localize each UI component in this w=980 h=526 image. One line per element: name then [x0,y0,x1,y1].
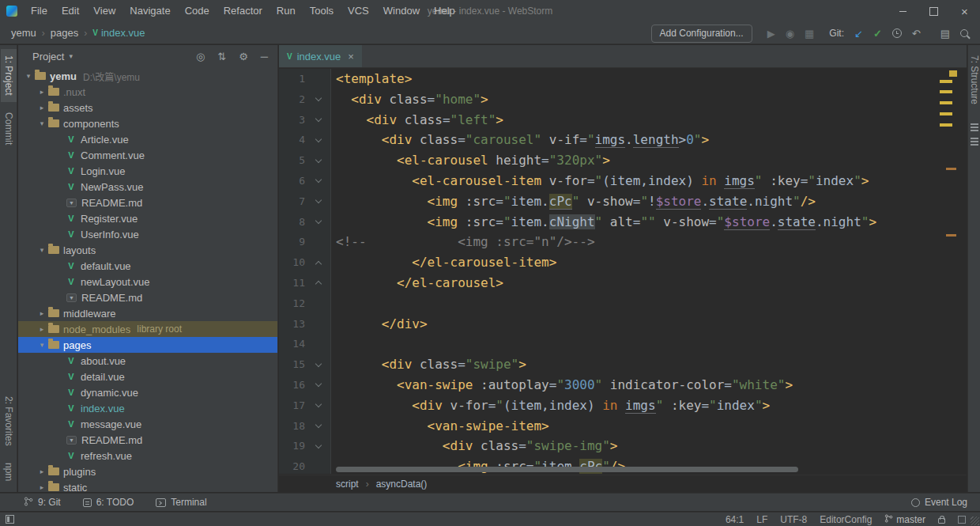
chevron-collapsed-icon[interactable]: ▸ [36,325,47,333]
rollback-icon[interactable]: ↶ [912,28,921,39]
menu-code[interactable]: Code [178,0,217,22]
toolwindow-9-git[interactable]: 9: Git [24,497,61,509]
chevron-collapsed-icon[interactable]: ▸ [36,104,47,112]
tree-item-default-vue[interactable]: Vdefault.vue [18,258,277,274]
menu-help[interactable]: Help [427,0,462,22]
chevron-expanded-icon[interactable]: ▾ [36,119,47,127]
toolwindow-button-npm[interactable]: npm [1,456,17,487]
fold-toggle-icon[interactable] [305,150,331,171]
breadcrumb-yemu[interactable]: yemu [11,27,36,39]
status-lf[interactable]: LF [756,514,767,525]
event-log-button[interactable]: Event Log [911,497,967,508]
tree-item-dynamic-vue[interactable]: Vdynamic.vue [18,384,277,400]
code-line-14[interactable]: 14 [279,334,967,354]
close-tab-icon[interactable]: × [348,51,354,62]
code-line-12[interactable]: 12 [279,293,967,314]
status-64-1[interactable]: 64:1 [726,514,744,525]
fold-toggle-icon[interactable] [305,436,331,456]
code-line-8[interactable]: 8 <img :src="item.cNight" alt="" v-show=… [279,212,967,233]
menu-window[interactable]: Window [376,0,427,22]
code-line-6[interactable]: 6 <el-carousel-item v-for="(item,index) … [279,171,967,191]
tree-item-yemu[interactable]: ▾yemuD:\改篇\yemu [18,68,277,84]
fold-toggle-icon[interactable] [305,212,331,233]
toolwindow-terminal[interactable]: Terminal [156,497,206,508]
toolwindow-button-commit[interactable]: Commit [1,106,17,151]
git-branch-widget[interactable]: master [884,514,925,525]
code-line-1[interactable]: 1<template> [279,69,967,89]
tree-item-readme-md[interactable]: ▼README.md [18,195,277,210]
minimize-button[interactable] [888,0,918,22]
horizontal-scrollbar[interactable] [336,467,798,472]
tree-item-detail-vue[interactable]: Vdetail.vue [18,369,277,384]
indicator-icon[interactable] [958,516,966,524]
tab-index-vue[interactable]: V index.vue × [279,45,362,67]
coverage-icon[interactable]: ▦ [805,28,814,39]
tree-item-register-vue[interactable]: VRegister.vue [18,210,277,226]
locate-button[interactable]: ◎ [196,51,205,62]
fold-toggle-icon[interactable] [305,273,331,293]
tree-item-middleware[interactable]: ▸middleware [18,305,277,321]
toolwindow-switcher-icon[interactable] [6,515,14,524]
breadcrumb-pages[interactable]: pages [51,27,78,39]
tree-item-index-vue[interactable]: Vindex.vue [18,400,277,416]
update-project-icon[interactable]: ↙ [854,28,863,39]
commit-icon[interactable]: ✓ [873,28,882,39]
tree-item-pages[interactable]: ▾pages [18,337,277,353]
menu-file[interactable]: File [24,0,55,22]
fold-toggle-icon[interactable] [305,252,331,273]
fold-toggle-icon[interactable] [305,354,331,375]
add-configuration-button[interactable]: Add Configuration... [651,25,752,43]
editor-breadcrumb-script[interactable]: script [336,479,359,490]
menu-refactor[interactable]: Refactor [217,0,270,22]
tree-item-layouts[interactable]: ▾layouts [18,242,277,258]
expand-collapse-button[interactable]: ⇅ [217,51,226,62]
code-line-16[interactable]: 16 <van-swipe :autoplay="3000" indicator… [279,375,967,395]
chevron-down-icon[interactable]: ▾ [69,52,73,60]
code-line-13[interactable]: 13 </div> [279,314,967,335]
breadcrumb-index-vue[interactable]: Vindex.vue [92,27,145,39]
tree-item-userinfo-vue[interactable]: VUserInfo.vue [18,226,277,242]
hidden-toolwindow-icon[interactable] [971,123,978,125]
chevron-expanded-icon[interactable]: ▾ [36,246,47,254]
settings-gear-icon[interactable]: ⚙ [239,51,248,62]
run-icon[interactable]: ▶ [767,28,775,39]
tree-item-login-vue[interactable]: VLogin.vue [18,163,277,179]
toolwindow-button-2-favorites[interactable]: 2: Favorites [1,390,17,452]
chevron-expanded-icon[interactable]: ▾ [23,72,34,80]
tree-item-newpass-vue[interactable]: VNewPass.vue [18,179,277,195]
tree-item-readme-md[interactable]: ▼README.md [18,289,277,305]
tree-item-node-modules[interactable]: ▸node_moduleslibrary root [18,321,277,337]
fold-toggle-icon[interactable] [305,395,331,416]
lock-icon[interactable] [938,518,945,524]
toolwindow-6-todo[interactable]: 6: TODO [83,497,134,508]
menu-run[interactable]: Run [270,0,303,22]
tree-item-newlayout-vue[interactable]: VnewLayout.vue [18,274,277,289]
editor-breadcrumb-asyncdata[interactable]: asyncData() [376,479,428,490]
toolwindow-button-7-structure[interactable]: 7: Structure [967,49,980,111]
menu-edit[interactable]: Edit [55,0,86,22]
history-icon[interactable] [892,28,902,38]
chevron-collapsed-icon[interactable]: ▸ [36,88,47,96]
tree-item-message-vue[interactable]: Vmessage.vue [18,416,277,432]
fold-toggle-icon[interactable] [305,375,331,395]
project-panel-title[interactable]: Project [32,51,64,62]
code-line-7[interactable]: 7 <img :src="item.cPc" v-show="!$store.s… [279,191,967,212]
code-line-3[interactable]: 3 <div class="left"> [279,110,967,131]
code-line-10[interactable]: 10 </el-carousel-item> [279,252,967,273]
hidden-toolwindow-icon[interactable] [971,138,978,139]
close-button[interactable]: × [949,0,980,22]
code-line-11[interactable]: 11 </el-carousel> [279,273,967,293]
tree-item-about-vue[interactable]: Vabout.vue [18,353,277,369]
resize-grip[interactable] [971,517,979,525]
chevron-expanded-icon[interactable]: ▾ [36,341,47,349]
code-line-18[interactable]: 18 <van-swipe-item> [279,416,967,437]
debug-icon[interactable]: ◉ [786,28,794,39]
chevron-collapsed-icon[interactable]: ▸ [36,467,47,475]
menu-view[interactable]: View [86,0,122,22]
fold-toggle-icon[interactable] [305,416,331,437]
hide-panel-button[interactable]: ─ [261,51,268,62]
tree-item-nuxt[interactable]: ▸.nuxt [18,84,277,100]
tree-item-plugins[interactable]: ▸plugins [18,464,277,479]
tree-item-comment-vue[interactable]: VComment.vue [18,147,277,163]
status-utf-8[interactable]: UTF-8 [780,514,807,525]
